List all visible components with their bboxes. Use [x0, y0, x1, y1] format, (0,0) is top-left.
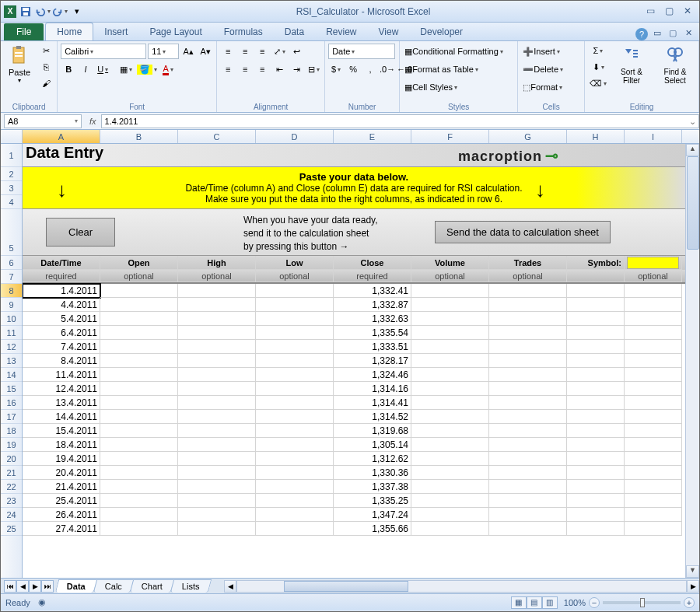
cell-H19[interactable]	[567, 438, 625, 452]
clear-icon[interactable]: ⌫	[588, 75, 608, 91]
cell-F23[interactable]	[411, 494, 489, 508]
cell-E11[interactable]: 1,335.54	[334, 326, 411, 340]
tab-developer[interactable]: Developer	[409, 23, 474, 40]
cell-H24[interactable]	[567, 508, 625, 522]
cell-F18[interactable]	[411, 424, 489, 438]
cell-A8[interactable]: 1.4.2011	[23, 284, 100, 298]
cell-D11[interactable]	[256, 326, 334, 340]
cell-C9[interactable]	[178, 298, 256, 312]
cell-D17[interactable]	[256, 410, 334, 424]
qat-customize-icon[interactable]: ▾	[69, 4, 85, 19]
cell-F22[interactable]	[411, 480, 489, 494]
cell-G14[interactable]	[489, 368, 567, 382]
cell-C18[interactable]	[178, 424, 256, 438]
cell-G15[interactable]	[489, 382, 567, 396]
row-header-11[interactable]: 11	[1, 326, 22, 340]
cell-B25[interactable]	[100, 522, 178, 536]
cell-G17[interactable]	[489, 410, 567, 424]
cell-A13[interactable]: 8.4.2011	[23, 354, 100, 368]
autosum-icon[interactable]: Σ	[588, 43, 608, 58]
comma-icon[interactable]: ,	[362, 61, 378, 77]
orientation-icon[interactable]: ⤢	[271, 44, 287, 59]
cell-F9[interactable]	[411, 298, 489, 312]
cell-H20[interactable]	[567, 452, 625, 466]
cell-C24[interactable]	[178, 508, 256, 522]
zoom-level[interactable]: 100%	[564, 598, 586, 607]
cell-H12[interactable]	[567, 340, 625, 354]
cell-H11[interactable]	[567, 326, 625, 340]
cell-I23[interactable]	[625, 494, 682, 508]
cell-I18[interactable]	[625, 424, 682, 438]
normal-view-icon[interactable]: ▦	[511, 596, 527, 609]
cell-A25[interactable]: 27.4.2011	[23, 522, 100, 536]
col-header-b[interactable]: B	[100, 130, 178, 143]
cell-B15[interactable]	[100, 382, 178, 396]
page-break-view-icon[interactable]: ▥	[542, 596, 558, 609]
cell-I21[interactable]	[625, 466, 682, 480]
fill-icon[interactable]: ⬇	[588, 59, 608, 75]
cell-E12[interactable]: 1,333.51	[334, 340, 411, 354]
row-header-3[interactable]: 3	[1, 181, 22, 195]
first-sheet-icon[interactable]: ⏮	[4, 580, 16, 593]
row-header-16[interactable]: 16	[1, 396, 22, 410]
vertical-scrollbar[interactable]: ▲ ▼	[685, 144, 699, 578]
cell-G21[interactable]	[489, 466, 567, 480]
next-sheet-icon[interactable]: ▶	[29, 580, 41, 593]
cell-E19[interactable]: 1,305.14	[334, 438, 411, 452]
format-painter-icon[interactable]: 🖌	[38, 75, 54, 91]
zoom-out-icon[interactable]: −	[589, 597, 600, 608]
cell-D20[interactable]	[256, 452, 334, 466]
cell-D13[interactable]	[256, 354, 334, 368]
conditional-formatting-button[interactable]: ▦ Conditional Formatting	[403, 44, 505, 59]
cell-H18[interactable]	[567, 424, 625, 438]
row-header-15[interactable]: 15	[1, 382, 22, 396]
cell-F11[interactable]	[411, 326, 489, 340]
font-name-select[interactable]: Calibri	[61, 44, 146, 59]
cell-D8[interactable]	[256, 284, 334, 298]
cell-F17[interactable]	[411, 410, 489, 424]
wrap-text-icon[interactable]: ↩	[289, 44, 304, 59]
cell-E14[interactable]: 1,324.46	[334, 368, 411, 382]
col-header-f[interactable]: F	[411, 130, 489, 143]
cell-G24[interactable]	[489, 508, 567, 522]
cell-F19[interactable]	[411, 438, 489, 452]
redo-icon[interactable]	[52, 4, 68, 19]
cell-I16[interactable]	[625, 396, 682, 410]
row-header-23[interactable]: 23	[1, 494, 22, 508]
align-left-icon[interactable]: ≡	[220, 61, 236, 77]
cell-A15[interactable]: 12.4.2011	[23, 382, 100, 396]
row-header-10[interactable]: 10	[1, 312, 22, 326]
cell-C17[interactable]	[178, 410, 256, 424]
close-icon[interactable]: ✕	[679, 5, 696, 18]
cell-E15[interactable]: 1,314.16	[334, 382, 411, 396]
cell-G25[interactable]	[489, 522, 567, 536]
grid[interactable]: Data Entry macroption⊸ ↓ Paste your data…	[23, 144, 685, 578]
currency-icon[interactable]: $	[328, 61, 344, 77]
find-select-button[interactable]: Find & Select	[655, 43, 695, 86]
row-header-18[interactable]: 18	[1, 424, 22, 438]
cell-B12[interactable]	[100, 340, 178, 354]
zoom-in-icon[interactable]: +	[684, 597, 695, 608]
cell-D9[interactable]	[256, 298, 334, 312]
scroll-down-icon[interactable]: ▼	[686, 565, 699, 578]
cell-B8[interactable]	[100, 284, 178, 298]
cell-G8[interactable]	[489, 284, 567, 298]
cell-F15[interactable]	[411, 382, 489, 396]
cell-B9[interactable]	[100, 298, 178, 312]
row-header-1[interactable]: 1	[1, 144, 22, 167]
name-box[interactable]: A8▾	[4, 114, 82, 128]
row-header-9[interactable]: 9	[1, 298, 22, 312]
font-color-icon[interactable]: A	[160, 61, 176, 77]
cell-F8[interactable]	[411, 284, 489, 298]
scroll-left-icon[interactable]: ◀	[224, 580, 236, 593]
cell-C11[interactable]	[178, 326, 256, 340]
scroll-right-icon[interactable]: ▶	[687, 580, 699, 593]
align-center-icon[interactable]: ≡	[237, 61, 253, 77]
row-header-2[interactable]: 2	[1, 167, 22, 181]
underline-button[interactable]: U	[95, 61, 110, 77]
tab-data[interactable]: Data	[274, 23, 315, 40]
col-header-g[interactable]: G	[489, 130, 567, 143]
restore-window-icon[interactable]: ▢	[667, 28, 679, 40]
cell-D25[interactable]	[256, 522, 334, 536]
tab-view[interactable]: View	[368, 23, 410, 40]
